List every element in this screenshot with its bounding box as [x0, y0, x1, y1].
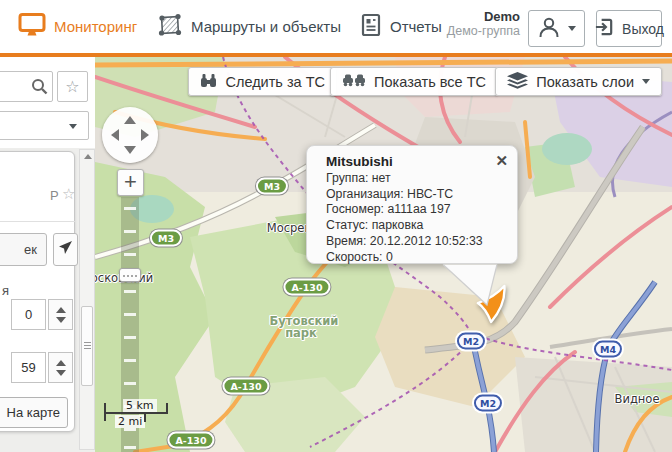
search-icon: [31, 78, 48, 99]
field-label-fragment: я: [2, 283, 9, 298]
place-label: парк: [285, 326, 317, 340]
zoom-tick: [124, 446, 136, 449]
step-down-icon[interactable]: [56, 370, 66, 376]
sidebar: ☆ Р ☆ ек я На карте: [0, 57, 95, 452]
step-up-icon[interactable]: [56, 307, 66, 313]
zoom-tick: [124, 382, 136, 385]
tab-routes-label: Маршруты и объекты: [191, 18, 341, 35]
binoculars-icon: [200, 73, 217, 91]
pan-right-icon[interactable]: [141, 129, 149, 141]
favorite-star-icon[interactable]: ☆: [62, 185, 75, 203]
polygon-icon: [157, 12, 183, 41]
zoom-tick: [124, 290, 136, 293]
pan-down-icon[interactable]: [124, 146, 136, 154]
scale-mi-label: 2 mi: [115, 415, 145, 428]
road-badge-А-130: А-130: [222, 378, 269, 395]
report-icon: [360, 13, 382, 40]
popup-time-row: Время: 20.12.2012 10:52:33: [326, 234, 507, 250]
minutes-from-stepper[interactable]: [48, 299, 73, 330]
road-badge-А-130: А-130: [167, 432, 214, 449]
card-divider: [0, 221, 75, 222]
step-up-icon[interactable]: [56, 360, 66, 366]
road-badge-М3: М3: [150, 230, 182, 247]
pan-left-icon[interactable]: [111, 129, 119, 141]
track-button[interactable]: ек: [0, 233, 47, 266]
zoom-slider-handle[interactable]: [119, 268, 141, 282]
road-badge-М4: М4: [594, 341, 622, 358]
vehicles-icon: [342, 73, 366, 91]
navigate-arrow-icon: [58, 240, 73, 259]
grip-icon: [84, 342, 91, 343]
zoom-tick: [124, 336, 136, 339]
zoom-tick: [124, 359, 136, 362]
tab-monitoring[interactable]: Мониторинг: [18, 0, 137, 53]
chevron-down-icon: [69, 124, 77, 129]
road-badge-М2: М2: [457, 333, 485, 350]
user-icon: [537, 15, 561, 42]
scroll-up-icon[interactable]: [84, 154, 92, 159]
zoom-tick: [124, 313, 136, 316]
popup-plate-row: Госномер: а111аа 197: [326, 202, 507, 218]
scale-km-label: 5 km: [123, 399, 157, 412]
chevron-down-icon: [568, 26, 576, 31]
scrollbar-thumb[interactable]: [81, 306, 93, 386]
sidebar-scrollbar[interactable]: [79, 149, 95, 450]
zoom-tick: [124, 253, 136, 256]
exit-icon: [594, 16, 615, 41]
user-menu-button[interactable]: [528, 10, 585, 47]
logout-button[interactable]: Выход: [596, 10, 662, 47]
minutes-from-input[interactable]: [11, 299, 46, 330]
road-badge-М2: М2: [474, 395, 502, 412]
zoom-in-button[interactable]: +: [117, 169, 144, 196]
tab-reports[interactable]: Отчеты: [360, 0, 442, 53]
map-pan-control[interactable]: [102, 107, 158, 163]
map-scale-bar: 5 km 2 mi: [104, 397, 174, 433]
tab-reports-label: Отчеты: [390, 18, 442, 35]
place-label: Видное: [615, 392, 660, 406]
show-layers-label: Показать слои: [536, 74, 634, 90]
user-name: Demo: [447, 9, 520, 24]
follow-vehicle-button[interactable]: Следить за ТС: [188, 67, 337, 96]
close-icon[interactable]: ✕: [495, 152, 508, 170]
app-window: Мониторинг Маршруты и объекты: [0, 0, 672, 452]
show-layers-button[interactable]: Показать слои: [495, 67, 662, 96]
follow-vehicle-label: Следить за ТС: [225, 74, 325, 90]
road-badge-А-130: А-130: [283, 279, 330, 296]
zoom-tick: [124, 207, 136, 210]
popup-status-row: Статус: парковка: [326, 218, 507, 234]
popup-organization-row: Организация: НВС-ТС: [326, 187, 507, 203]
header: Мониторинг Маршруты и объекты: [0, 0, 672, 57]
minutes-to-input[interactable]: [11, 352, 46, 383]
popup-tail: [441, 264, 501, 307]
tab-routes-objects[interactable]: Маршруты и объекты: [157, 0, 341, 53]
minutes-to-stepper[interactable]: [48, 352, 73, 383]
vehicle-popup: Mitsubishi ✕ Группа: нет Организация: НВ…: [306, 145, 518, 264]
pan-up-icon[interactable]: [124, 116, 136, 124]
grip-icon: [123, 275, 125, 277]
step-down-icon[interactable]: [56, 317, 66, 323]
vehicle-name-fragment: Р: [50, 188, 59, 203]
layers-icon: [507, 72, 528, 92]
logout-label: Выход: [622, 21, 664, 37]
user-group: Демо-группа: [447, 24, 520, 39]
locate-button[interactable]: [53, 233, 78, 266]
show-all-vehicles-label: Показать все ТС: [374, 74, 486, 90]
current-user-info: Demo Демо-группа: [447, 9, 520, 39]
zoom-tick: [124, 230, 136, 233]
map-viewport[interactable]: М3М3А-130А-130А-130М2М2М4 МосковскийМоср…: [95, 57, 672, 452]
chevron-down-icon: [642, 79, 650, 84]
road-badge-М3: М3: [256, 178, 288, 195]
favorites-filter-button[interactable]: ☆: [57, 71, 88, 102]
monitor-icon: [18, 12, 46, 41]
popup-speed-row: Скорость: 0: [326, 250, 507, 266]
popup-group-row: Группа: нет: [326, 171, 507, 187]
group-dropdown[interactable]: [0, 111, 89, 140]
show-all-vehicles-button[interactable]: Показать все ТС: [330, 67, 498, 96]
popup-vehicle-title: Mitsubishi: [326, 154, 507, 169]
show-on-map-button[interactable]: На карте: [0, 397, 68, 428]
tab-monitoring-label: Мониторинг: [54, 18, 137, 35]
